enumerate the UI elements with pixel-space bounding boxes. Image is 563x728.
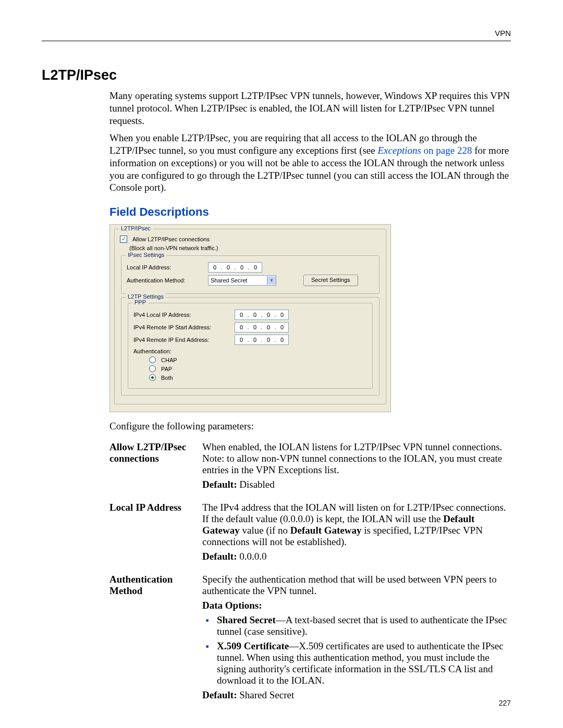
ip-octet[interactable]: 0 [277, 337, 287, 343]
desc-auth: Specify the authentication method that w… [202, 570, 516, 708]
page-number: 227 [499, 699, 511, 707]
config-intro: Configure the following parameters: [109, 421, 511, 432]
local-ip-input[interactable]: 0. 0. 0. 0 [208, 262, 262, 273]
auth-method-select[interactable]: Shared Secret ▼ [208, 275, 276, 286]
secret-settings-button[interactable]: Secret Settings [303, 275, 358, 286]
default-value: Disabled [237, 479, 274, 490]
ip-octet[interactable]: 0 [250, 337, 260, 343]
ipv4-local-label: IPv4 Local IP Address: [133, 312, 231, 318]
desc-allow: When enabled, the IOLAN listens for L2TP… [202, 437, 516, 498]
term-allow: Allow L2TP/IPsec connections [109, 437, 202, 498]
l2tp-ipsec-dialog: L2TP/IPsec ✓ Allow L2TP/IPsec connection… [109, 224, 391, 412]
data-options-label: Data Options: [202, 600, 512, 611]
ip-octet[interactable]: 0 [250, 264, 261, 270]
allow-checkbox[interactable]: ✓ [120, 236, 127, 243]
header-breadcrumb: VPN [42, 29, 511, 41]
exceptions-page-link[interactable]: on page 228 [421, 145, 472, 156]
pap-radio[interactable] [149, 365, 156, 372]
main-groupbox-legend: L2TP/IPsec [119, 225, 153, 231]
ip-octet[interactable]: 0 [263, 312, 274, 318]
ipv4-start-label: IPv4 Remote IP Start Address: [133, 324, 231, 330]
table-row: Authentication Method Specify the authen… [109, 570, 516, 708]
allow-row: ✓ Allow L2TP/IPsec connections [120, 236, 381, 243]
table-row: Local IP Address The IPv4 address that t… [109, 498, 516, 570]
page-title: L2TP/IPsec [42, 67, 511, 83]
ip-octet[interactable]: 0 [250, 312, 260, 318]
exceptions-link[interactable]: Exceptions [377, 145, 421, 156]
desc-text: value (if no [240, 525, 290, 536]
desc-allow-text: When enabled, the IOLAN listens for L2TP… [202, 441, 512, 476]
table-row: Allow L2TP/IPsec connections When enable… [109, 437, 516, 498]
ip-octet[interactable]: 0 [236, 312, 247, 318]
ipv4-start-input[interactable]: 0. 0. 0. 0 [235, 322, 289, 332]
field-descriptions-heading: Field Descriptions [109, 205, 511, 219]
default-label: Default: [202, 479, 237, 490]
intro-p2: When you enable L2TP/IPsec, you are requ… [109, 132, 511, 194]
desc-auth-text: Specify the authentication method that w… [202, 574, 512, 597]
term-localip: Local IP Address [109, 498, 202, 570]
auth-method-label: Authentication Method: [127, 277, 205, 283]
ip-octet[interactable]: 0 [236, 324, 247, 330]
ip-octet[interactable]: 0 [223, 264, 234, 270]
allow-checkbox-label: Allow L2TP/IPsec connections [132, 236, 210, 242]
auth-method-value: Shared Secret [211, 277, 247, 283]
pap-label: PAP [161, 366, 172, 372]
allow-note: (Block all non-VPN network traffic.) [129, 245, 381, 251]
ip-octet[interactable]: 0 [210, 264, 220, 270]
opt-bold: Shared Secret [217, 614, 276, 625]
ipv4-end-label: IPv4 Remote IP End Address: [133, 337, 231, 343]
ip-octet[interactable]: 0 [263, 337, 274, 343]
both-radio[interactable] [149, 374, 156, 381]
default-value: Shared Secret [237, 689, 294, 700]
ipsec-settings-group: IPsec Settings Local IP Address: 0. 0. 0… [121, 255, 380, 294]
ip-octet[interactable]: 0 [277, 324, 287, 330]
chap-radio[interactable] [149, 356, 156, 363]
header-rule [42, 41, 511, 41]
ip-octet[interactable]: 0 [237, 264, 247, 270]
intro-p1: Many operating systems support L2TP/IPse… [109, 90, 511, 127]
ip-octet[interactable]: 0 [263, 324, 274, 330]
ip-octet[interactable]: 0 [250, 324, 260, 330]
ip-octet[interactable]: 0 [277, 312, 287, 318]
authentication-label: Authentication: [133, 348, 231, 354]
list-item: Shared Secret—A text-based secret that i… [217, 614, 512, 637]
list-item: X.509 Certificate—X.509 certificates are… [217, 640, 512, 686]
field-descriptions-table: Allow L2TP/IPsec connections When enable… [109, 437, 516, 708]
default-value: 0.0.0.0 [237, 551, 266, 562]
ipsec-settings-legend: IPsec Settings [126, 252, 166, 258]
chevron-down-icon[interactable]: ▼ [267, 276, 276, 285]
desc-localip: The IPv4 address that the IOLAN will lis… [202, 498, 516, 570]
desc-bold: Default Gateway [290, 525, 362, 536]
intro-block: Many operating systems support L2TP/IPse… [109, 90, 511, 194]
ppp-legend: PPP [132, 299, 148, 305]
opt-bold: X.509 Certificate [217, 640, 289, 651]
term-auth: Authentication Method [109, 570, 202, 708]
default-label: Default: [202, 551, 237, 562]
default-label: Default: [202, 689, 237, 700]
main-groupbox: L2TP/IPsec ✓ Allow L2TP/IPsec connection… [114, 229, 386, 404]
ipv4-local-input[interactable]: 0. 0. 0. 0 [235, 310, 289, 320]
ipv4-end-input[interactable]: 0. 0. 0. 0 [235, 335, 289, 345]
both-label: Both [161, 375, 173, 381]
l2tp-settings-group: L2TP Settings PPP IPv4 Local IP Address:… [121, 297, 380, 396]
ip-octet[interactable]: 0 [236, 337, 247, 343]
chap-label: CHAP [161, 357, 177, 363]
ppp-group: PPP IPv4 Local IP Address: 0. 0. 0. 0 IP… [128, 303, 373, 389]
local-ip-label: Local IP Address: [127, 264, 205, 270]
